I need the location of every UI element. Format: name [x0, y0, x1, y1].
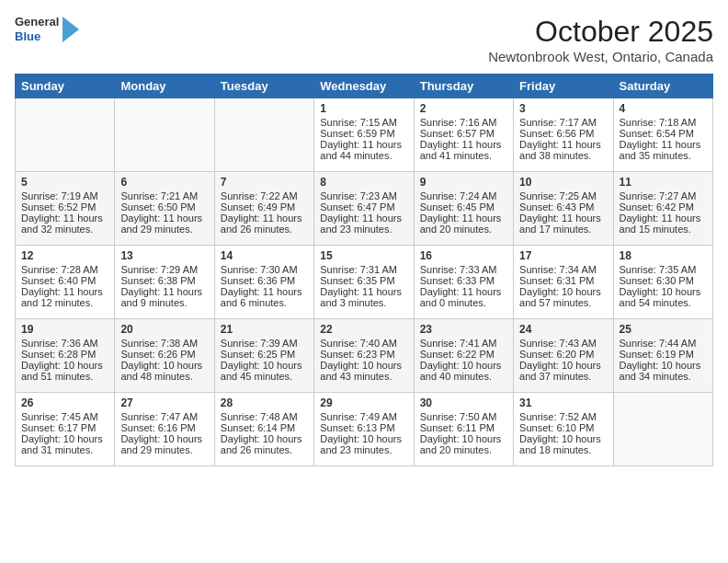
day-number: 2 [420, 102, 507, 115]
day-info: Sunset: 6:31 PM [519, 275, 607, 286]
day-number: 26 [21, 396, 108, 409]
day-number: 21 [221, 323, 308, 336]
calendar-cell [16, 98, 115, 172]
day-info: Daylight: 10 hours [21, 360, 108, 371]
day-info: Sunrise: 7:45 AM [21, 411, 108, 422]
day-info: and 20 minutes. [420, 224, 507, 235]
calendar-cell: 25Sunrise: 7:44 AMSunset: 6:19 PMDayligh… [613, 319, 712, 393]
day-info: Sunset: 6:22 PM [420, 349, 507, 360]
day-number: 29 [320, 396, 407, 409]
title-area: October 2025 Newtonbrook West, Ontario, … [488, 15, 713, 64]
day-info: Sunset: 6:25 PM [221, 349, 308, 360]
day-info: Daylight: 11 hours [21, 213, 108, 224]
day-header-tuesday: Tuesday [214, 75, 313, 98]
day-number: 25 [620, 323, 707, 336]
day-info: and 18 minutes. [519, 444, 607, 455]
day-number: 19 [21, 323, 108, 336]
day-info: and 6 minutes. [221, 297, 308, 308]
day-info: and 15 minutes. [620, 224, 707, 235]
day-info: Daylight: 11 hours [320, 286, 407, 297]
day-info: Sunrise: 7:34 AM [519, 264, 607, 275]
day-info: Sunset: 6:54 PM [620, 128, 707, 139]
day-header-monday: Monday [115, 75, 214, 98]
day-info: Sunset: 6:59 PM [320, 128, 407, 139]
calendar-cell: 3Sunrise: 7:17 AMSunset: 6:56 PMDaylight… [514, 98, 613, 172]
day-info: Sunset: 6:35 PM [320, 275, 407, 286]
logo: General Blue [15, 15, 79, 43]
day-info: and 12 minutes. [21, 297, 108, 308]
calendar-cell: 22Sunrise: 7:40 AMSunset: 6:23 PMDayligh… [314, 319, 414, 393]
day-number: 28 [221, 396, 308, 409]
day-info: and 41 minutes. [420, 150, 507, 161]
calendar-cell: 2Sunrise: 7:16 AMSunset: 6:57 PMDaylight… [414, 98, 513, 172]
day-info: and 23 minutes. [320, 224, 407, 235]
calendar-cell: 23Sunrise: 7:41 AMSunset: 6:22 PMDayligh… [414, 319, 513, 393]
week-row-1: 1Sunrise: 7:15 AMSunset: 6:59 PMDaylight… [16, 98, 713, 172]
day-info: and 40 minutes. [420, 371, 507, 382]
day-info: and 51 minutes. [21, 371, 108, 382]
calendar-cell: 27Sunrise: 7:47 AMSunset: 6:16 PMDayligh… [115, 393, 214, 466]
day-number: 3 [519, 102, 607, 115]
day-info: Sunset: 6:56 PM [519, 128, 607, 139]
day-info: Sunrise: 7:39 AM [221, 338, 308, 349]
day-number: 22 [320, 323, 407, 336]
day-info: Daylight: 11 hours [519, 139, 607, 150]
calendar-cell: 24Sunrise: 7:43 AMSunset: 6:20 PMDayligh… [514, 319, 613, 393]
day-info: and 48 minutes. [120, 371, 208, 382]
day-number: 7 [221, 176, 308, 189]
day-info: Sunrise: 7:21 AM [120, 190, 208, 201]
week-row-2: 5Sunrise: 7:19 AMSunset: 6:52 PMDaylight… [16, 172, 713, 246]
day-info: Sunrise: 7:17 AM [519, 117, 607, 128]
calendar-cell: 14Sunrise: 7:30 AMSunset: 6:36 PMDayligh… [214, 246, 313, 319]
week-row-3: 12Sunrise: 7:28 AMSunset: 6:40 PMDayligh… [16, 246, 713, 319]
calendar-cell: 17Sunrise: 7:34 AMSunset: 6:31 PMDayligh… [514, 246, 613, 319]
day-info: Sunrise: 7:28 AM [21, 264, 108, 275]
day-info: and 43 minutes. [320, 371, 407, 382]
logo-text: General Blue [15, 15, 59, 43]
day-info: Daylight: 11 hours [221, 213, 308, 224]
day-info: and 54 minutes. [620, 297, 707, 308]
calendar-cell: 10Sunrise: 7:25 AMSunset: 6:43 PMDayligh… [514, 172, 613, 246]
calendar-cell: 4Sunrise: 7:18 AMSunset: 6:54 PMDaylight… [613, 98, 712, 172]
calendar-cell: 15Sunrise: 7:31 AMSunset: 6:35 PMDayligh… [314, 246, 414, 319]
day-info: Sunrise: 7:23 AM [320, 190, 407, 201]
day-info: Sunset: 6:10 PM [519, 422, 607, 433]
day-info: and 17 minutes. [519, 224, 607, 235]
calendar-cell: 9Sunrise: 7:24 AMSunset: 6:45 PMDaylight… [414, 172, 513, 246]
calendar-table: SundayMondayTuesdayWednesdayThursdayFrid… [15, 74, 713, 466]
day-info: Sunrise: 7:22 AM [221, 190, 308, 201]
day-number: 24 [519, 323, 607, 336]
day-number: 6 [120, 176, 208, 189]
day-info: and 57 minutes. [519, 297, 607, 308]
day-info: Sunrise: 7:27 AM [620, 190, 707, 201]
month-title: October 2025 [488, 15, 713, 49]
day-header-friday: Friday [514, 75, 613, 98]
day-info: and 45 minutes. [221, 371, 308, 382]
day-info: Daylight: 10 hours [620, 360, 707, 371]
day-info: Sunrise: 7:50 AM [420, 411, 507, 422]
day-info: Sunrise: 7:31 AM [320, 264, 407, 275]
calendar-cell [214, 98, 313, 172]
day-info: Sunrise: 7:40 AM [320, 338, 407, 349]
day-info: Daylight: 11 hours [420, 139, 507, 150]
day-info: Daylight: 10 hours [320, 360, 407, 371]
calendar-cell [613, 393, 712, 466]
day-info: Sunset: 6:47 PM [320, 201, 407, 213]
logo-arrow-icon [63, 17, 79, 42]
day-number: 16 [420, 249, 507, 262]
day-info: Sunset: 6:11 PM [420, 422, 507, 433]
day-info: Daylight: 10 hours [21, 433, 108, 444]
day-info: and 34 minutes. [620, 371, 707, 382]
day-info: Sunset: 6:19 PM [620, 349, 707, 360]
day-info: Daylight: 10 hours [320, 433, 407, 444]
day-info: Daylight: 11 hours [221, 286, 308, 297]
day-info: Daylight: 11 hours [21, 286, 108, 297]
calendar-cell: 30Sunrise: 7:50 AMSunset: 6:11 PMDayligh… [414, 393, 513, 466]
day-number: 1 [320, 102, 407, 115]
week-row-5: 26Sunrise: 7:45 AMSunset: 6:17 PMDayligh… [16, 393, 713, 466]
week-row-4: 19Sunrise: 7:36 AMSunset: 6:28 PMDayligh… [16, 319, 713, 393]
day-info: Daylight: 11 hours [120, 286, 208, 297]
day-info: Sunrise: 7:47 AM [120, 411, 208, 422]
day-info: Daylight: 10 hours [620, 286, 707, 297]
calendar-cell: 5Sunrise: 7:19 AMSunset: 6:52 PMDaylight… [16, 172, 115, 246]
